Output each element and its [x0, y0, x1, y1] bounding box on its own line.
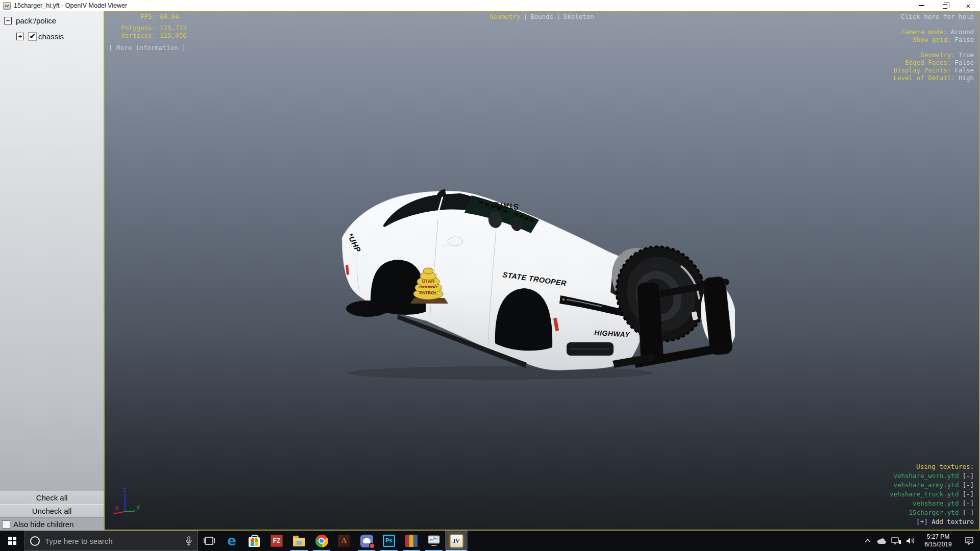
polygons-label: Polygons:	[109, 24, 156, 32]
filezilla-icon: FZ	[271, 535, 283, 547]
openiv-window-icon: IV	[3, 2, 11, 10]
search-input[interactable]	[45, 537, 180, 545]
remove-texture-button[interactable]: [-]	[962, 490, 974, 498]
taskbar-app-chrome[interactable]	[310, 531, 333, 551]
axis-y-line	[125, 511, 135, 512]
also-hide-children-label: Also hide children	[13, 520, 74, 529]
chevron-up-icon	[865, 539, 871, 543]
taskbar-app-file-explorer[interactable]	[288, 531, 310, 551]
tree-label[interactable]: pack:/police	[16, 16, 56, 25]
tree-item-pack-police[interactable]: − pack:/police	[4, 16, 104, 25]
vertices-label: Vertices:	[109, 32, 156, 39]
display-points-value[interactable]: False	[954, 66, 974, 74]
camera-mode-value[interactable]: Around	[951, 28, 974, 36]
taskbar-app-winrar[interactable]	[400, 531, 423, 551]
tab-skeleton[interactable]: Skeleton	[564, 13, 594, 20]
restore-button[interactable]	[933, 0, 957, 11]
svg-text:HIGHWAY: HIGHWAY	[419, 285, 438, 289]
show-grid-label: Show grid:	[913, 36, 951, 43]
tree-label[interactable]: chassis	[38, 32, 64, 41]
axis-z-label: z	[123, 487, 127, 493]
photoshop-icon: Ps	[383, 535, 395, 547]
tab-geometry[interactable]: Geometry	[489, 13, 520, 20]
system-tray: 5:27 PM 6/15/2019	[861, 531, 980, 551]
minimize-button[interactable]	[910, 0, 933, 11]
taskbar-app-microsoft-store[interactable]	[243, 531, 265, 551]
level-of-detail-label: Level of Detail:	[893, 74, 954, 82]
view-mode-tabs: Geometry|Bounds|Skeleton	[488, 13, 596, 20]
network-icon	[891, 537, 901, 545]
system-monitor-icon	[427, 535, 440, 547]
polygons-value: 125,733	[160, 24, 187, 32]
roof-decal: STATE	[493, 201, 520, 211]
vertices-value: 125,036	[160, 32, 187, 39]
remove-texture-button[interactable]: [-]	[962, 509, 974, 516]
more-information-link[interactable]: [ More information ]	[109, 44, 187, 52]
texture-item[interactable]: vehshare.ytd[-]	[890, 499, 974, 508]
collapse-icon[interactable]: −	[4, 17, 12, 24]
taskbar-app-system-monitor[interactable]	[423, 531, 445, 551]
titlebar: IV 15charger_hi.yft - OpenIV Model Viewe…	[0, 0, 980, 11]
axis-gizmo: x y z	[110, 487, 151, 524]
texture-item[interactable]: vehshare_army.ytd[-]	[890, 481, 974, 490]
texture-item[interactable]: 15charger.ytd[-]	[890, 508, 974, 517]
model-viewport[interactable]: FPS:60.04 Polygons:125,733 Vertices:125,…	[104, 11, 980, 531]
edged-faces-value[interactable]: False	[954, 59, 974, 66]
taskbar-app-game[interactable]: A	[333, 531, 355, 551]
display-points-label: Display Points:	[893, 66, 951, 74]
taskbar-app-edge[interactable]: e	[220, 531, 243, 551]
camera-mode-label: Camera mode:	[901, 28, 947, 36]
cortana-icon	[30, 536, 40, 546]
onedrive-cloud-icon	[877, 537, 887, 544]
remove-texture-button[interactable]: [-]	[962, 481, 974, 489]
also-hide-children-checkbox[interactable]	[2, 520, 10, 529]
close-button[interactable]: ×	[957, 0, 980, 11]
clock-date: 6/15/2019	[924, 541, 951, 548]
screen: IV 15charger_hi.yft - OpenIV Model Viewe…	[0, 0, 980, 551]
taskbar-app-filezilla[interactable]: FZ	[265, 531, 288, 551]
tray-chevron-button[interactable]	[861, 531, 875, 551]
taskbar-clock[interactable]: 5:27 PM 6/15/2019	[918, 531, 959, 551]
tab-separator: |	[523, 13, 527, 20]
uncheck-all-button[interactable]: Uncheck all	[0, 504, 104, 517]
texture-item[interactable]: vehshare_truck.ytd[-]	[890, 490, 974, 499]
taskbar-app-openiv[interactable]: IV	[445, 531, 468, 551]
file-explorer-icon	[293, 538, 305, 546]
also-hide-children-row[interactable]: Also hide children	[0, 517, 104, 531]
police-car-model[interactable]: STATE *UHP STATE TROOPER HIGHWAY	[327, 189, 735, 383]
tray-volume[interactable]	[903, 531, 918, 551]
taskbar-app-discord[interactable]	[355, 531, 378, 551]
tray-onedrive[interactable]	[875, 531, 889, 551]
tree-item-chassis[interactable]: + ✔ chassis	[4, 32, 104, 41]
taskbar-app-task-view[interactable]	[198, 531, 220, 551]
taskbar-app-photoshop[interactable]: Ps	[378, 531, 400, 551]
microphone-icon[interactable]	[185, 536, 192, 545]
tab-bounds[interactable]: Bounds	[530, 13, 553, 20]
remove-texture-button[interactable]: [-]	[962, 472, 974, 480]
textures-panel: Using textures: vehshare_worn.ytd[-] veh…	[890, 462, 974, 527]
svg-text:UTAH: UTAH	[422, 279, 434, 284]
expand-icon[interactable]: +	[16, 33, 24, 40]
texture-item[interactable]: vehshare_worn.ytd[-]	[890, 471, 974, 481]
axis-x-label: x	[115, 504, 118, 511]
taskbar-search[interactable]	[24, 531, 198, 551]
tray-network[interactable]	[889, 531, 903, 551]
pushbar-paddle	[637, 282, 664, 364]
check-all-button[interactable]: Check all	[0, 491, 104, 504]
side-mirror	[448, 237, 463, 246]
axis-x-line	[113, 511, 125, 513]
start-button[interactable]	[0, 531, 24, 551]
add-texture-button[interactable]: [+] Add texture	[890, 517, 974, 527]
geometry-value[interactable]: True	[959, 51, 974, 59]
action-center-button[interactable]	[959, 531, 980, 551]
tab-separator: |	[556, 13, 560, 20]
show-grid-value[interactable]: False	[954, 36, 974, 43]
discord-icon	[360, 535, 373, 547]
remove-texture-button[interactable]: [-]	[962, 499, 974, 507]
help-link[interactable]: Click here for help	[893, 13, 974, 20]
taskbar: e FZ A Ps	[0, 531, 980, 551]
model-tree-panel: − pack:/police + ✔ chassis Check all Unc…	[0, 11, 104, 531]
restore-icon	[943, 4, 947, 9]
level-of-detail-value[interactable]: High	[959, 74, 974, 82]
chassis-checkbox[interactable]: ✔	[28, 32, 37, 41]
